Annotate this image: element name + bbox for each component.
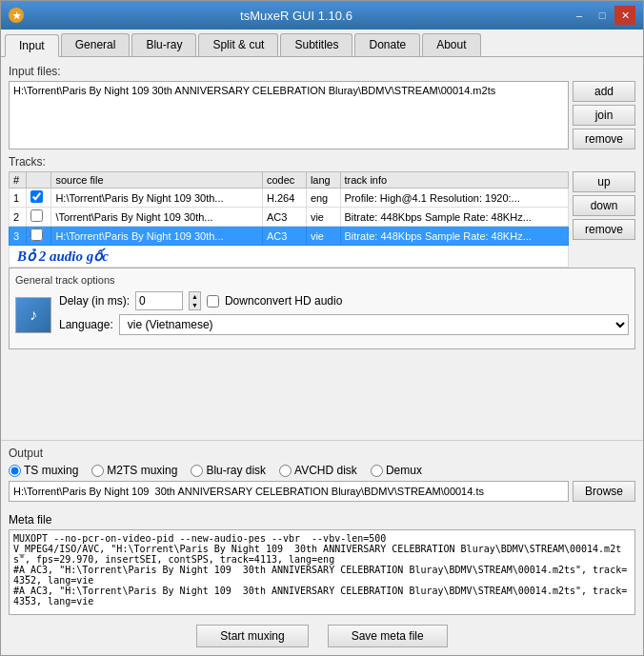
tab-general[interactable]: General xyxy=(61,33,131,56)
track-remove-button[interactable]: remove xyxy=(573,219,635,240)
start-muxing-button[interactable]: Start muxing xyxy=(196,625,308,647)
delay-label: Delay (in ms): xyxy=(59,294,130,308)
radio-bluray-disk[interactable]: Blu-ray disk xyxy=(191,464,266,477)
row3-checkbox[interactable] xyxy=(30,229,43,241)
tracks-button-group: up down remove xyxy=(573,171,635,268)
downconvert-checkbox[interactable] xyxy=(207,295,219,308)
table-row[interactable]: 1 H:\Torrent\Paris By Night 109 30th... … xyxy=(10,189,569,208)
annotation-text: Bỏ 2 audio gốc xyxy=(10,246,569,268)
track-audio-icon: ♪ xyxy=(15,297,51,333)
spinner-up-button[interactable]: ▲ xyxy=(190,292,200,301)
output-path-input[interactable] xyxy=(9,481,569,502)
tab-donate[interactable]: Donate xyxy=(354,33,420,56)
track-options-title: General track options xyxy=(15,274,629,286)
maximize-button[interactable]: □ xyxy=(592,6,613,25)
row3-trackinfo: Bitrate: 448Kbps Sample Rate: 48KHz... xyxy=(340,227,568,246)
track-options-panel: General track options ♪ Delay (in ms): ▲… xyxy=(9,268,635,349)
output-label: Output xyxy=(9,447,635,460)
input-file-item: H:\Torrent\Paris By Night 109 30th ANNIV… xyxy=(11,84,566,97)
row3-num: 3 xyxy=(10,227,27,246)
meta-section: Meta file MUXOPT --no-pcr-on-video-pid -… xyxy=(1,513,643,619)
track-down-button[interactable]: down xyxy=(573,195,635,216)
row2-trackinfo: Bitrate: 448Kbps Sample Rate: 48KHz... xyxy=(340,208,568,227)
row1-codec: H.264 xyxy=(262,189,306,208)
radio-m2ts-label: M2TS muxing xyxy=(107,464,177,477)
save-meta-button[interactable]: Save meta file xyxy=(328,625,448,647)
radio-m2ts-muxing[interactable]: M2TS muxing xyxy=(91,464,177,477)
tracks-table-wrap: # source file codec lang track info 1 xyxy=(9,171,569,268)
language-select[interactable]: vie (Vietnamese) xyxy=(119,314,629,335)
tab-input[interactable]: Input xyxy=(5,34,59,57)
radio-avchd-input[interactable] xyxy=(279,465,292,477)
close-button[interactable]: ✕ xyxy=(614,6,635,25)
input-button-group: add join remove xyxy=(573,81,635,149)
col-codec: codec xyxy=(262,172,306,189)
row3-codec: AC3 xyxy=(262,227,306,246)
language-label: Language: xyxy=(59,318,113,331)
radio-row: TS muxing M2TS muxing Blu-ray disk AVCHD… xyxy=(9,464,635,477)
input-files-label: Input files: xyxy=(9,65,635,78)
row3-source: H:\Torrent\Paris By Night 109 30th... xyxy=(51,227,263,246)
input-area: H:\Torrent\Paris By Night 109 30th ANNIV… xyxy=(9,81,635,149)
delay-spinner: ▲ ▼ xyxy=(189,291,201,310)
radio-ts-muxing[interactable]: TS muxing xyxy=(9,464,78,477)
radio-demux-label: Demux xyxy=(386,464,422,477)
tracks-label: Tracks: xyxy=(9,155,635,169)
bottom-bar: Start muxing Save meta file xyxy=(1,619,643,655)
col-trackinfo: track info xyxy=(340,172,568,189)
row1-lang: eng xyxy=(306,189,340,208)
row2-check[interactable] xyxy=(27,208,51,227)
table-row[interactable]: 3 H:\Torrent\Paris By Night 109 30th... … xyxy=(10,227,569,246)
track-options-fields: Delay (in ms): ▲ ▼ Downconvert HD audio … xyxy=(59,291,629,339)
radio-ts-label: TS muxing xyxy=(24,464,78,477)
row1-source: H:\Torrent\Paris By Night 109 30th... xyxy=(51,189,263,208)
output-section: Output TS muxing M2TS muxing Blu-ray dis… xyxy=(1,440,643,513)
main-content: Input files: H:\Torrent\Paris By Night 1… xyxy=(1,57,643,440)
radio-avchd-disk[interactable]: AVCHD disk xyxy=(279,464,357,477)
row2-num: 2 xyxy=(10,208,27,227)
tab-bar: Input General Blu-ray Split & cut Subtit… xyxy=(1,30,643,57)
input-file-list: H:\Torrent\Paris By Night 109 30th ANNIV… xyxy=(9,81,569,149)
title-bar: ★ tsMuxeR GUI 1.10.6 – □ ✕ xyxy=(1,1,643,30)
input-remove-button[interactable]: remove xyxy=(573,129,635,149)
app-icon: ★ xyxy=(9,8,24,23)
tab-bluray[interactable]: Blu-ray xyxy=(131,33,196,56)
col-check xyxy=(27,172,51,189)
table-row[interactable]: 2 \Torrent\Paris By Night 109 30th... AC… xyxy=(10,208,569,227)
minimize-button[interactable]: – xyxy=(569,6,590,25)
track-options-row: ♪ Delay (in ms): ▲ ▼ Downconvert HD audi… xyxy=(15,291,629,339)
row3-check[interactable] xyxy=(27,227,51,246)
row1-trackinfo: Profile: High@4.1 Resolution: 1920:... xyxy=(340,189,568,208)
browse-button[interactable]: Browse xyxy=(573,481,635,502)
main-window: ★ tsMuxeR GUI 1.10.6 – □ ✕ Input General… xyxy=(0,0,644,656)
spinner-down-button[interactable]: ▼ xyxy=(190,301,200,309)
join-button[interactable]: join xyxy=(573,105,635,126)
delay-row: Delay (in ms): ▲ ▼ Downconvert HD audio xyxy=(59,291,629,310)
meta-text-content: MUXOPT --no-pcr-on-video-pid --new-audio… xyxy=(9,529,635,615)
tracks-table: # source file codec lang track info 1 xyxy=(9,171,569,268)
add-button[interactable]: add xyxy=(573,81,635,102)
row3-lang: vie xyxy=(306,227,340,246)
downconvert-label: Downconvert HD audio xyxy=(225,294,342,308)
tracks-section: # source file codec lang track info 1 xyxy=(9,171,635,268)
tab-subtitles[interactable]: Subtitles xyxy=(280,33,352,56)
delay-input[interactable] xyxy=(135,291,183,310)
radio-demux-input[interactable] xyxy=(371,465,383,477)
radio-m2ts-input[interactable] xyxy=(91,465,104,477)
radio-bluray-label: Blu-ray disk xyxy=(206,464,266,477)
row1-checkbox[interactable] xyxy=(30,190,43,203)
tab-about[interactable]: About xyxy=(422,33,480,56)
tab-split-cut[interactable]: Split & cut xyxy=(198,33,278,56)
table-row-annotation: Bỏ 2 audio gốc xyxy=(10,246,569,268)
window-title: tsMuxeR GUI 1.10.6 xyxy=(24,9,569,23)
radio-bluray-input[interactable] xyxy=(191,465,203,477)
audio-symbol: ♪ xyxy=(30,307,37,324)
track-up-button[interactable]: up xyxy=(573,171,635,192)
row2-codec: AC3 xyxy=(262,208,306,227)
radio-demux[interactable]: Demux xyxy=(371,464,422,477)
radio-ts-input[interactable] xyxy=(9,465,21,477)
col-source: source file xyxy=(51,172,263,189)
row1-check[interactable] xyxy=(27,189,51,208)
output-path-row: Browse xyxy=(9,481,635,502)
row2-checkbox[interactable] xyxy=(30,209,43,222)
